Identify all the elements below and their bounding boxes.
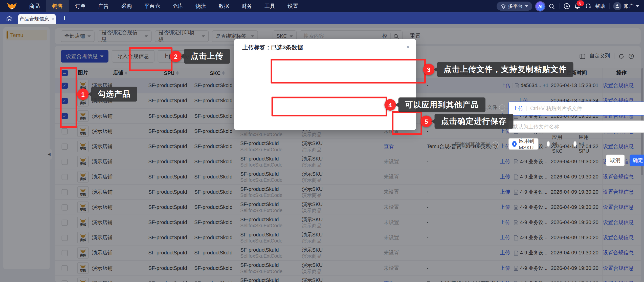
tab-bar: 产品合规信息 × +	[0, 12, 644, 24]
close-tab-icon[interactable]: ×	[52, 16, 54, 22]
help-icon[interactable]: ?	[499, 105, 505, 111]
user-avatar-icon	[613, 2, 621, 10]
divider	[526, 106, 527, 111]
nav-item-5[interactable]: 平台仓	[138, 0, 166, 12]
radio-label: 应用到SPU	[579, 134, 591, 154]
radio-dot-icon	[547, 141, 550, 147]
chevron-down-icon	[636, 5, 639, 7]
annotation-step-3: 3	[423, 64, 434, 75]
cancel-button[interactable]: 取消	[606, 155, 625, 166]
annotation-box-upload-button	[129, 47, 172, 71]
tab-label: 产品合规信息	[19, 16, 49, 23]
platform-diamond-icon	[501, 4, 506, 9]
nav-item-0[interactable]: 商品	[23, 0, 46, 12]
search-icon[interactable]	[548, 3, 556, 10]
support-headset-icon[interactable]	[584, 3, 591, 10]
annotation-tip-2: 点击上传	[184, 49, 230, 64]
radio-apply-2[interactable]: 应用到SPU	[573, 134, 592, 154]
annotation-step-1: 1	[77, 88, 88, 100]
radio-dot-icon	[573, 141, 576, 147]
confirm-button[interactable]: 确定	[630, 155, 644, 166]
home-icon[interactable]	[6, 15, 13, 22]
radio-apply-0[interactable]: 应用到MSKU	[508, 138, 539, 150]
nav-item-9[interactable]: 财务	[235, 0, 258, 12]
ai-assistant-button[interactable]: AI	[536, 2, 545, 10]
radio-dot-icon	[512, 141, 517, 147]
nav-item-3[interactable]: 广告	[92, 0, 115, 12]
nav-item-4[interactable]: 采购	[115, 0, 138, 12]
top-nav: 商品销售订单广告采购平台仓仓库物流数据财务工具设置 多平台 AI 8 帮	[0, 0, 644, 12]
annotation-tip-1: 勾选产品	[91, 87, 137, 102]
add-tab-button[interactable]: +	[62, 14, 66, 22]
download-icon[interactable]	[563, 3, 570, 10]
apply-to-label: 应用到其他产品?：	[448, 141, 505, 148]
platform-label: 多平台	[508, 3, 523, 10]
annotation-step-5: 5	[420, 115, 432, 127]
app-root: 商品销售订单广告采购平台仓仓库物流数据财务工具设置 多平台 AI 8 帮	[0, 0, 644, 282]
label-name-placeholder: 默认为上传文件名称	[513, 123, 559, 130]
platform-switcher[interactable]: 多平台	[497, 2, 532, 11]
file-upload-input[interactable]: 上传 Ctrl+V 粘贴图片或文件	[508, 102, 644, 115]
nav-item-8[interactable]: 数据	[212, 0, 235, 12]
annotation-box-checkboxes	[60, 67, 77, 128]
brand-fox-logo-icon	[7, 2, 17, 10]
nav-item-7[interactable]: 物流	[189, 0, 212, 12]
apply-radio-group: 应用到MSKU应用到SKC应用到SPU	[508, 138, 592, 150]
label-name-input[interactable]: 默认为上传文件名称	[508, 120, 644, 133]
modal-title: 上传标签：已选3条数据	[242, 44, 303, 51]
radio-label: 应用到MSKU	[519, 137, 535, 150]
annotation-box-file-input	[271, 59, 426, 83]
notification-count-badge: 8	[577, 0, 584, 6]
nav-item-11[interactable]: 设置	[281, 0, 304, 12]
annotation-box-confirm	[392, 111, 422, 135]
nav-item-10[interactable]: 工具	[258, 0, 281, 12]
account-label: 账户	[624, 3, 634, 10]
divider	[559, 3, 560, 9]
nav-item-2[interactable]: 订单	[69, 0, 92, 12]
annotation-step-2: 2	[170, 51, 181, 62]
nav-item-6[interactable]: 仓库	[166, 0, 189, 12]
upload-button[interactable]: 上传	[513, 105, 523, 112]
notifications-bell-icon[interactable]: 8	[574, 3, 581, 10]
chevron-down-icon	[525, 5, 528, 7]
file-hint: Ctrl+V 粘贴图片或文件	[530, 105, 582, 112]
help-icon[interactable]: ?	[492, 142, 498, 148]
help-link[interactable]: 帮助	[595, 3, 606, 10]
divider	[609, 3, 610, 9]
annotation-step-4: 4	[384, 99, 396, 110]
annotation-tip-3: 点击上传文件，支持复制粘贴文件	[437, 62, 573, 77]
divider	[234, 57, 416, 57]
tab-product-compliance[interactable]: 产品合规信息 ×	[18, 14, 56, 24]
radio-label: 应用到SKC	[552, 134, 565, 154]
radio-apply-1[interactable]: 应用到SKC	[547, 134, 565, 154]
close-icon[interactable]: ×	[406, 44, 409, 50]
nav-item-1[interactable]: 销售	[46, 0, 69, 12]
annotation-box-radio-group	[272, 97, 387, 116]
annotation-tip-4: 可以应用到其他产品	[398, 97, 485, 112]
annotation-tip-5: 点击确定进行保存	[435, 114, 514, 129]
account-menu[interactable]: 账户	[613, 2, 639, 10]
